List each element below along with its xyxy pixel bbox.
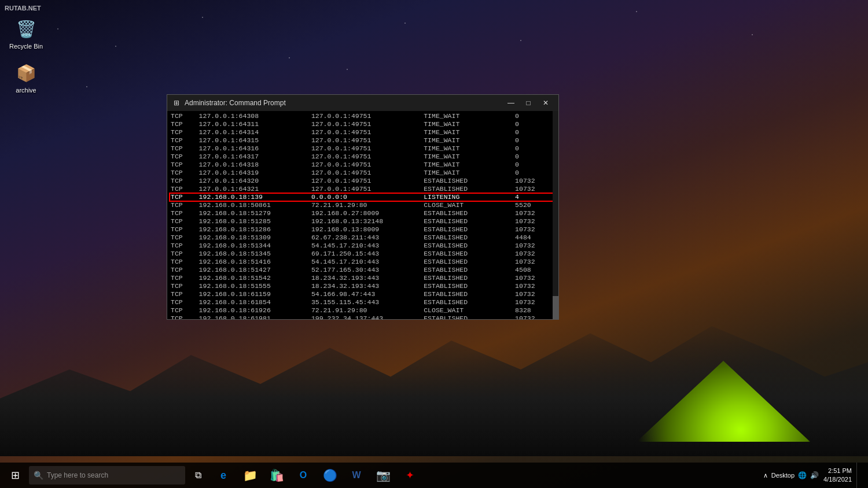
table-row: TCP192.168.0.18:5155518.234.32.193:443ES… [170, 282, 556, 290]
outlook-icon: Ο [300, 470, 307, 480]
table-row: TCP192.168.0.18:51285192.168.0.13:32148E… [170, 217, 556, 225]
clock-date: 4/18/2021 [823, 475, 852, 484]
desktop-icon-archive[interactable]: 📦 archive [6, 61, 46, 94]
minimize-button[interactable]: — [503, 97, 519, 109]
taskbar-right: ∧ Desktop 🌐 🔊 2:51 PM 4/18/2021 [763, 463, 866, 488]
scrollbar[interactable] [553, 111, 558, 319]
recycle-bin-icon: 🗑️ [14, 17, 38, 40]
table-row: TCP192.168.0.18:1390.0.0.0:0LISTENING4 [170, 193, 556, 201]
show-desktop-button[interactable] [856, 463, 861, 488]
maximize-button[interactable]: □ [520, 97, 536, 109]
system-clock[interactable]: 2:51 PM 4/18/2021 [821, 467, 854, 484]
table-row: TCP127.0.0.1:64311127.0.0.1:49751TIME_WA… [170, 120, 556, 128]
taskbar-app-word[interactable]: W [344, 463, 369, 488]
taskbar-app-store[interactable]: 🛍️ [264, 463, 289, 488]
chrome-icon: 🔵 [323, 468, 337, 482]
table-row: TCP192.168.0.18:5086172.21.91.29:80CLOSE… [170, 201, 556, 209]
cmd-titlebar: ⊞ Administrator: Command Prompt — □ ✕ [167, 95, 558, 111]
table-row: TCP127.0.0.1:64315127.0.0.1:49751TIME_WA… [170, 136, 556, 145]
archive-icon: 📦 [14, 61, 38, 84]
cmd-title: Administrator: Command Prompt [185, 99, 503, 107]
taskbar: ⊞ 🔍 Type here to search ⧉ e📁🛍️Ο🔵W📷✦ ∧ De… [0, 463, 868, 488]
cmd-window: ⊞ Administrator: Command Prompt — □ ✕ TC… [167, 94, 559, 320]
cmd-icon: ⊞ [172, 98, 181, 108]
scrollbar-thumb[interactable] [553, 296, 558, 319]
taskbar-app-extra[interactable]: ✦ [397, 463, 422, 488]
chevron-up-icon[interactable]: ∧ [763, 472, 768, 479]
close-button[interactable]: ✕ [538, 97, 554, 109]
table-row: TCP192.168.0.18:5154218.234.32.193:443ES… [170, 274, 556, 282]
table-row: TCP192.168.0.18:51279192.168.0.27:8009ES… [170, 209, 556, 217]
taskbar-apps: e📁🛍️Ο🔵W📷✦ [211, 463, 762, 488]
taskbar-search[interactable]: 🔍 Type here to search [29, 466, 185, 485]
table-row: TCP127.0.0.1:64318127.0.0.1:49751TIME_WA… [170, 161, 556, 169]
start-button[interactable]: ⊞ [2, 463, 28, 488]
desktop-icon-recycle-bin[interactable]: 🗑️ Recycle Bin [6, 17, 46, 50]
task-view-button[interactable]: ⧉ [186, 463, 209, 488]
cmd-content: TCP127.0.0.1:64308127.0.0.1:49751TIME_WA… [167, 111, 558, 319]
table-row: TCP192.168.0.18:61981199.232.34.137:443E… [170, 315, 556, 319]
file-explorer-icon: 📁 [243, 468, 258, 482]
table-row: TCP127.0.0.1:64314127.0.0.1:49751TIME_WA… [170, 128, 556, 136]
network-icon[interactable]: 🌐 [798, 471, 807, 479]
taskbar-app-edge[interactable]: e [211, 463, 236, 488]
desktop-icon-area: 🗑️ Recycle Bin 📦 archive [6, 17, 46, 105]
extra-app-icon: ✦ [406, 469, 414, 482]
recycle-bin-label: Recycle Bin [9, 43, 43, 50]
table-row: TCP192.168.0.18:6192672.21.91.29:80CLOSE… [170, 306, 556, 315]
table-row: TCP192.168.0.18:5130962.67.238.211:443ES… [170, 234, 556, 242]
table-row: TCP127.0.0.1:64321127.0.0.1:49751ESTABLI… [170, 185, 556, 193]
word-icon: W [352, 470, 361, 480]
table-row: TCP192.168.0.18:6185435.155.115.45:443ES… [170, 298, 556, 306]
watermark: RUTAB.NET [5, 5, 41, 12]
taskbar-app-file-explorer[interactable]: 📁 [237, 463, 263, 488]
table-row: TCP192.168.0.18:6115954.166.98.47:443EST… [170, 290, 556, 298]
table-row: TCP127.0.0.1:64320127.0.0.1:49751ESTABLI… [170, 177, 556, 185]
edge-icon: e [220, 469, 226, 482]
taskbar-app-chrome[interactable]: 🔵 [317, 463, 343, 488]
table-row: TCP127.0.0.1:64317127.0.0.1:49751TIME_WA… [170, 153, 556, 161]
task-view-icon: ⧉ [195, 470, 201, 480]
netstat-table: TCP127.0.0.1:64308127.0.0.1:49751TIME_WA… [170, 112, 556, 319]
table-row: TCP127.0.0.1:64308127.0.0.1:49751TIME_WA… [170, 112, 556, 120]
table-row: TCP192.168.0.18:5142752.177.165.30:443ES… [170, 266, 556, 274]
store-icon: 🛍️ [270, 468, 284, 482]
taskbar-app-outlook[interactable]: Ο [290, 463, 316, 488]
system-tray: ∧ Desktop 🌐 🔊 [763, 471, 819, 479]
table-row: TCP192.168.0.18:5141654.145.17.210:443ES… [170, 258, 556, 266]
table-row: TCP192.168.0.18:51286192.168.0.13:8009ES… [170, 225, 556, 234]
table-row: TCP192.168.0.18:5134569.171.250.15:443ES… [170, 250, 556, 258]
camera-icon: 📷 [376, 468, 391, 482]
clock-time: 2:51 PM [828, 467, 852, 475]
language-indicator: Desktop [771, 472, 795, 479]
volume-icon[interactable]: 🔊 [810, 471, 819, 479]
archive-label: archive [16, 87, 36, 94]
search-placeholder: Type here to search [47, 471, 108, 479]
search-icon: 🔍 [34, 471, 43, 480]
windows-icon: ⊞ [11, 469, 20, 482]
table-row: TCP127.0.0.1:64316127.0.0.1:49751TIME_WA… [170, 145, 556, 153]
taskbar-app-camera[interactable]: 📷 [370, 463, 396, 488]
titlebar-controls: — □ ✕ [503, 97, 554, 109]
table-row: TCP192.168.0.18:5134454.145.17.210:443ES… [170, 242, 556, 250]
table-row: TCP127.0.0.1:64319127.0.0.1:49751TIME_WA… [170, 169, 556, 177]
